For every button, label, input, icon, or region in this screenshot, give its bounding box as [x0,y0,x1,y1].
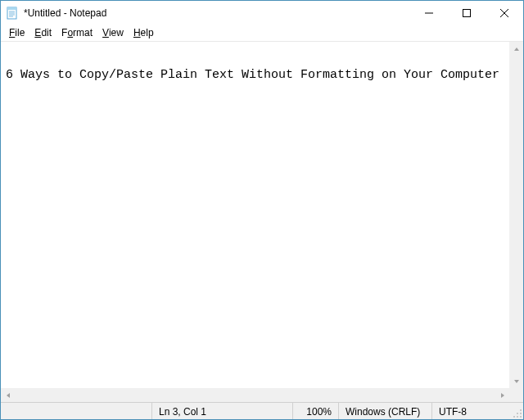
svg-point-15 [520,416,522,418]
status-position: Ln 3, Col 1 [151,403,292,420]
window-title: *Untitled - Notepad [24,7,410,19]
resize-grip-icon[interactable] [513,409,522,418]
svg-point-10 [520,409,522,411]
status-encoding: UTF-8 [431,403,523,420]
text-editor[interactable]: 6 Ways to Copy/Paste Plain Text Without … [1,42,509,388]
menu-format[interactable]: Format [56,26,97,39]
status-zoom: 100% [292,403,338,420]
editor-area: 6 Ways to Copy/Paste Plain Text Without … [1,42,523,402]
scroll-down-icon[interactable] [509,374,523,388]
svg-rect-1 [7,7,16,10]
svg-point-14 [517,416,518,418]
svg-point-13 [513,416,515,418]
scroll-left-icon[interactable] [1,388,15,402]
statusbar: Ln 3, Col 1 100% Windows (CRLF) UTF-8 [1,402,523,420]
maximize-button[interactable] [448,1,486,25]
svg-point-11 [517,413,518,414]
close-button[interactable] [486,1,523,25]
menu-file[interactable]: File [4,26,29,39]
notepad-icon [6,7,19,20]
scroll-right-icon[interactable] [495,388,509,402]
menu-view[interactable]: View [97,26,129,39]
svg-rect-7 [463,10,471,17]
menubar: File Edit Format View Help [1,25,523,42]
scrollbar-corner [509,388,523,402]
minimize-button[interactable] [410,1,448,25]
titlebar[interactable]: *Untitled - Notepad [1,1,523,25]
scroll-up-icon[interactable] [509,42,523,56]
menu-edit[interactable]: Edit [29,26,56,39]
window-controls [410,1,523,25]
menu-help[interactable]: Help [129,26,159,39]
svg-point-12 [520,413,522,414]
horizontal-scrollbar[interactable] [1,388,509,402]
vertical-scrollbar[interactable] [509,42,523,388]
status-line-ending: Windows (CRLF) [338,403,431,420]
